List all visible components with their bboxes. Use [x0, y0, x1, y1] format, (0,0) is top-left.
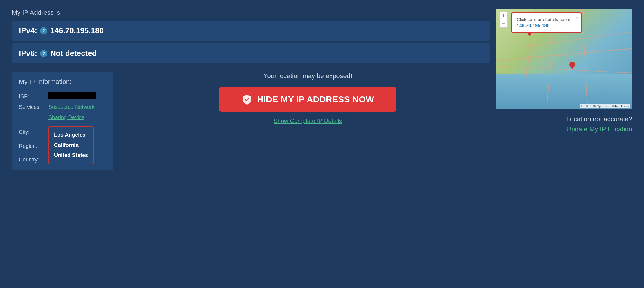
- city-value: Los Angeles: [54, 130, 85, 140]
- ipv6-value: Not detected: [50, 49, 97, 58]
- info-box-arrow: [103, 109, 113, 133]
- map-zoom-out-button[interactable]: −: [500, 20, 507, 27]
- map-popup: × Click for more details about 146.70.19…: [511, 12, 582, 33]
- shield-icon: [242, 94, 252, 105]
- map-popup-text: Click for more details about: [517, 17, 576, 22]
- map-zoom-in-button[interactable]: +: [500, 12, 507, 20]
- cta-section: Your location may be exposed! HIDE MY IP…: [125, 72, 490, 124]
- services-row: Services: Suspected Network Sharing Devi…: [19, 102, 96, 122]
- ipv4-address-link[interactable]: 146.70.195.180: [50, 26, 104, 35]
- city-row: Los Angeles: [54, 130, 88, 140]
- sharing-device-link[interactable]: Sharing Device: [48, 113, 95, 122]
- isp-row: ISP:: [19, 92, 96, 101]
- map-road-h1: [497, 48, 632, 61]
- location-warning: Your location may be exposed!: [264, 72, 352, 80]
- hide-ip-btn-label: HIDE MY IP ADDRESS NOW: [257, 94, 374, 104]
- map-road-h2: [496, 66, 632, 73]
- ipv4-prefix: IPv4:: [19, 26, 37, 35]
- location-labels: City: Region: Country:: [19, 124, 45, 164]
- ipv6-row: IPv6: ? Not detected: [12, 43, 490, 63]
- map-popup-close[interactable]: ×: [575, 15, 578, 20]
- map-attribution: Leaflet | © OpenStreetMap Terms: [580, 104, 630, 108]
- services-label: Services:: [19, 102, 45, 112]
- ipv4-row: IPv4: ? 146.70.195.180: [12, 21, 490, 41]
- ip-info-inner: My IP Information: ISP: Services:: [12, 72, 103, 170]
- show-details-link[interactable]: Show Complete IP Details: [274, 118, 342, 124]
- info-table: ISP: Services: Suspected Network Sharing…: [19, 92, 96, 164]
- isp-label: ISP:: [19, 92, 45, 101]
- ip-info-box: My IP Information: ISP: Services:: [12, 72, 113, 170]
- content-left: My IP Address is: IPv4: ? 146.70.195.180…: [12, 9, 490, 170]
- location-accuracy-title: Location not accurate?: [496, 115, 632, 123]
- location-outer: City: Region: Country: Los Angeles: [19, 124, 96, 164]
- region-row: California: [54, 140, 88, 150]
- ipv6-prefix: IPv6:: [19, 49, 37, 58]
- region-label: Region:: [19, 141, 45, 151]
- ip-info-title: My IP Information:: [19, 78, 96, 86]
- map-zoom-controls: + −: [499, 12, 508, 28]
- map-background: + − × Click for more details about 146.7…: [496, 9, 632, 109]
- suspected-network-link[interactable]: Suspected Network: [48, 102, 95, 112]
- ip-address-label: My IP Address is:: [12, 9, 490, 17]
- info-section-wrapper: My IP Information: ISP: Services:: [12, 72, 490, 170]
- city-label: City:: [19, 127, 45, 137]
- services-values: Suspected Network Sharing Device: [48, 102, 95, 122]
- location-box: Los Angeles California United States: [48, 126, 94, 164]
- location-rows: City: Region: Country: Los Angeles: [19, 124, 96, 164]
- hide-ip-button[interactable]: HIDE MY IP ADDRESS NOW: [219, 87, 396, 112]
- update-location-link[interactable]: Update My IP Location: [567, 125, 632, 133]
- map-road-h3: [524, 31, 632, 47]
- map-container[interactable]: + − × Click for more details about 146.7…: [496, 9, 632, 109]
- country-label: Country:: [19, 155, 45, 164]
- region-value: California: [54, 140, 79, 150]
- country-value: United States: [54, 151, 88, 160]
- ipv6-info-badge[interactable]: ?: [40, 50, 47, 57]
- content-right: + − × Click for more details about 146.7…: [496, 9, 632, 170]
- main-content: My IP Address is: IPv4: ? 146.70.195.180…: [12, 9, 632, 170]
- ipv4-info-badge[interactable]: ?: [40, 27, 47, 34]
- map-marker: [569, 64, 575, 69]
- ip-info-box-wrapper: My IP Information: ISP: Services:: [12, 72, 113, 170]
- map-popup-ip-link[interactable]: 146.70.195.180: [517, 23, 549, 28]
- isp-redacted-value: [48, 92, 96, 99]
- country-row: United States: [54, 151, 88, 160]
- location-accuracy-section: Location not accurate? Update My IP Loca…: [496, 115, 632, 133]
